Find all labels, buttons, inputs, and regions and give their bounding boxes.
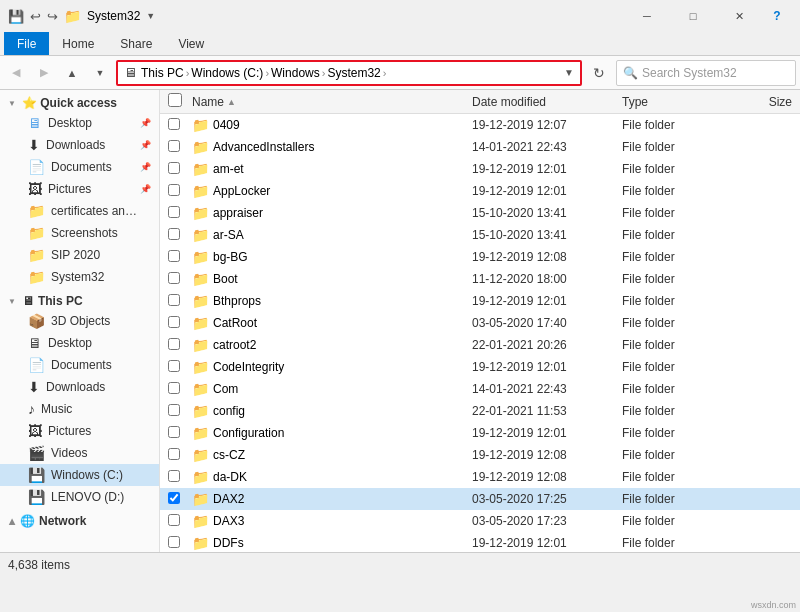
recent-button[interactable]: ▼ bbox=[88, 61, 112, 85]
row-checkbox[interactable] bbox=[168, 228, 192, 243]
row-checkbox[interactable] bbox=[168, 404, 192, 419]
file-type: File folder bbox=[622, 140, 722, 154]
address-box[interactable]: 🖥 This PC › Windows (C:) › Windows › Sys… bbox=[116, 60, 582, 86]
table-row[interactable]: 📁 da-DK 19-12-2019 12:08 File folder bbox=[160, 466, 800, 488]
table-row[interactable]: 📁 DAX2 03-05-2020 17:25 File folder bbox=[160, 488, 800, 510]
sidebar-item-documents[interactable]: 📄 Documents 📌 bbox=[0, 156, 159, 178]
table-row[interactable]: 📁 Configuration 19-12-2019 12:01 File fo… bbox=[160, 422, 800, 444]
table-row[interactable]: 📁 config 22-01-2021 11:53 File folder bbox=[160, 400, 800, 422]
crumb-thispc[interactable]: This PC bbox=[141, 66, 184, 80]
size-column-header[interactable]: Size bbox=[722, 95, 792, 109]
row-checkbox[interactable] bbox=[168, 272, 192, 287]
forward-button[interactable]: ▶ bbox=[32, 61, 56, 85]
table-row[interactable]: 📁 cs-CZ 19-12-2019 12:08 File folder bbox=[160, 444, 800, 466]
row-checkbox[interactable] bbox=[168, 492, 192, 507]
tab-view[interactable]: View bbox=[165, 32, 217, 55]
crumb-system32[interactable]: System32 bbox=[327, 66, 380, 80]
file-name: Boot bbox=[213, 272, 472, 286]
sidebar-item-lenovo-d[interactable]: 💾 LENOVO (D:) bbox=[0, 486, 159, 508]
type-column-header[interactable]: Type bbox=[622, 95, 722, 109]
save-icon[interactable]: 💾 bbox=[8, 9, 24, 24]
sidebar-item-pictures2[interactable]: 🖼 Pictures bbox=[0, 420, 159, 442]
row-checkbox[interactable] bbox=[168, 162, 192, 177]
table-row[interactable]: 📁 ar-SA 15-10-2020 13:41 File folder bbox=[160, 224, 800, 246]
table-row[interactable]: 📁 DDFs 19-12-2019 12:01 File folder bbox=[160, 532, 800, 552]
sidebar-item-sip2020[interactable]: 📁 SIP 2020 bbox=[0, 244, 159, 266]
thispc-header[interactable]: ▼ 🖥 This PC bbox=[0, 292, 159, 310]
table-row[interactable]: 📁 Boot 11-12-2020 18:00 File folder bbox=[160, 268, 800, 290]
sidebar-item-3dobjects[interactable]: 📦 3D Objects bbox=[0, 310, 159, 332]
row-checkbox[interactable] bbox=[168, 338, 192, 353]
sidebar-item-downloads[interactable]: ⬇ Downloads 📌 bbox=[0, 134, 159, 156]
row-checkbox[interactable] bbox=[168, 316, 192, 331]
row-checkbox[interactable] bbox=[168, 470, 192, 485]
table-row[interactable]: 📁 Bthprops 19-12-2019 12:01 File folder bbox=[160, 290, 800, 312]
back-button[interactable]: ◀ bbox=[4, 61, 28, 85]
row-checkbox[interactable] bbox=[168, 448, 192, 463]
crumb-windows2[interactable]: Windows bbox=[271, 66, 320, 80]
row-checkbox[interactable] bbox=[168, 294, 192, 309]
file-date: 15-10-2020 13:41 bbox=[472, 228, 622, 242]
sidebar-item-screenshots[interactable]: 📁 Screenshots bbox=[0, 222, 159, 244]
table-row[interactable]: 📁 catroot2 22-01-2021 20:26 File folder bbox=[160, 334, 800, 356]
sidebar-item-videos[interactable]: 🎬 Videos bbox=[0, 442, 159, 464]
tab-home[interactable]: Home bbox=[49, 32, 107, 55]
sidebar-item-certificates[interactable]: 📁 certificates and c bbox=[0, 200, 159, 222]
row-checkbox[interactable] bbox=[168, 382, 192, 397]
title-controls: ─ □ ✕ ? bbox=[624, 0, 792, 32]
sidebar-item-downloads2[interactable]: ⬇ Downloads bbox=[0, 376, 159, 398]
minimize-button[interactable]: ─ bbox=[624, 0, 670, 32]
table-row[interactable]: 📁 CatRoot 03-05-2020 17:40 File folder bbox=[160, 312, 800, 334]
crumb-windows[interactable]: Windows (C:) bbox=[191, 66, 263, 80]
quick-access-header[interactable]: ▼ ⭐ Quick access bbox=[0, 94, 159, 112]
row-checkbox[interactable] bbox=[168, 250, 192, 265]
row-checkbox[interactable] bbox=[168, 140, 192, 155]
row-checkbox[interactable] bbox=[168, 360, 192, 375]
table-row[interactable]: 📁 bg-BG 19-12-2019 12:08 File folder bbox=[160, 246, 800, 268]
date-column-header[interactable]: Date modified bbox=[472, 95, 622, 109]
main-area: ▼ ⭐ Quick access 🖥 Desktop 📌 ⬇ Downloads… bbox=[0, 90, 800, 552]
sidebar-item-documents2[interactable]: 📄 Documents bbox=[0, 354, 159, 376]
table-row[interactable]: 📁 appraiser 15-10-2020 13:41 File folder bbox=[160, 202, 800, 224]
address-dropdown-icon[interactable]: ▼ bbox=[564, 67, 574, 78]
up-button[interactable]: ▲ bbox=[60, 61, 84, 85]
network-header[interactable]: ▶ 🌐 Network bbox=[0, 512, 159, 530]
row-checkbox[interactable] bbox=[168, 426, 192, 441]
table-row[interactable]: 📁 am-et 19-12-2019 12:01 File folder bbox=[160, 158, 800, 180]
network-icon: 🌐 bbox=[20, 514, 35, 528]
table-row[interactable]: 📁 AdvancedInstallers 14-01-2021 22:43 Fi… bbox=[160, 136, 800, 158]
file-type: File folder bbox=[622, 316, 722, 330]
table-row[interactable]: 📁 CodeIntegrity 19-12-2019 12:01 File fo… bbox=[160, 356, 800, 378]
properties-icon[interactable]: ↩ bbox=[30, 9, 41, 24]
tab-file[interactable]: File bbox=[4, 32, 49, 55]
row-checkbox[interactable] bbox=[168, 536, 192, 551]
row-checkbox[interactable] bbox=[168, 206, 192, 221]
file-folder-icon: 📁 bbox=[192, 381, 209, 397]
row-checkbox[interactable] bbox=[168, 118, 192, 133]
table-row[interactable]: 📁 0409 19-12-2019 12:07 File folder bbox=[160, 114, 800, 136]
select-all-checkbox[interactable] bbox=[168, 93, 182, 107]
row-checkbox[interactable] bbox=[168, 184, 192, 199]
sidebar-item-desktop2[interactable]: 🖥 Desktop bbox=[0, 332, 159, 354]
sidebar-item-pictures[interactable]: 🖼 Pictures 📌 bbox=[0, 178, 159, 200]
tab-share[interactable]: Share bbox=[107, 32, 165, 55]
table-row[interactable]: 📁 AppLocker 19-12-2019 12:01 File folder bbox=[160, 180, 800, 202]
pin-icon-pictures: 📌 bbox=[140, 184, 151, 194]
close-button[interactable]: ✕ bbox=[716, 0, 762, 32]
file-type: File folder bbox=[622, 250, 722, 264]
sidebar-item-desktop[interactable]: 🖥 Desktop 📌 bbox=[0, 112, 159, 134]
maximize-button[interactable]: □ bbox=[670, 0, 716, 32]
file-name: catroot2 bbox=[213, 338, 472, 352]
table-row[interactable]: 📁 DAX3 03-05-2020 17:23 File folder bbox=[160, 510, 800, 532]
sidebar-item-music[interactable]: ♪ Music bbox=[0, 398, 159, 420]
redo-icon[interactable]: ↪ bbox=[47, 9, 58, 24]
sidebar-item-windows-c[interactable]: 💾 Windows (C:) bbox=[0, 464, 159, 486]
dropdown-icon[interactable]: ▼ bbox=[146, 11, 155, 21]
name-column-header[interactable]: Name ▲ bbox=[192, 95, 472, 109]
refresh-button[interactable]: ↻ bbox=[586, 60, 612, 86]
sidebar-item-system32[interactable]: 📁 System32 bbox=[0, 266, 159, 288]
search-box[interactable]: 🔍 Search System32 bbox=[616, 60, 796, 86]
row-checkbox[interactable] bbox=[168, 514, 192, 529]
help-icon[interactable]: ? bbox=[762, 0, 792, 32]
table-row[interactable]: 📁 Com 14-01-2021 22:43 File folder bbox=[160, 378, 800, 400]
